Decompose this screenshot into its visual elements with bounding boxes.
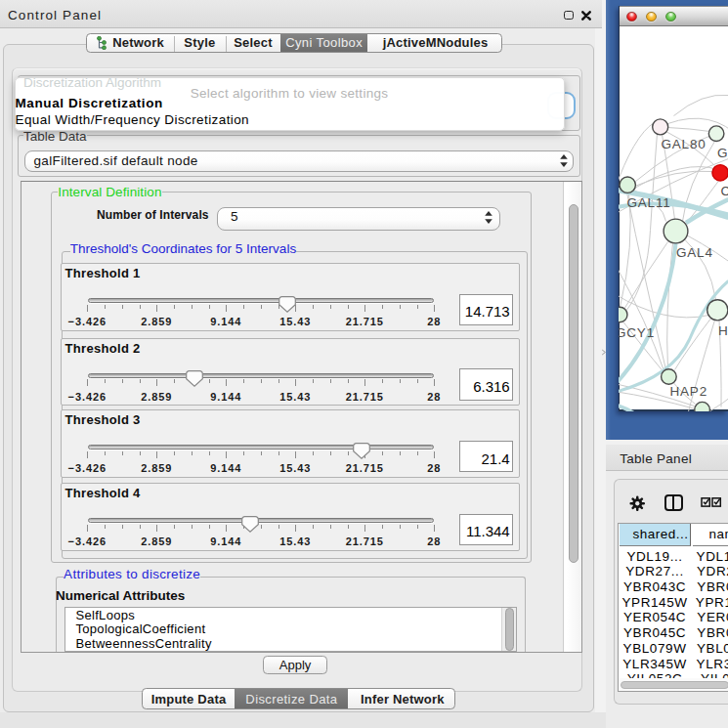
svg-text:GAL4: GAL4 [676,244,713,259]
svg-text:GA: GA [717,146,728,160]
svg-text:HAP2: HAP2 [669,384,707,399]
svg-text:GCY1: GCY1 [619,324,655,339]
svg-text:H: H [718,322,728,337]
svg-text:GAL11: GAL11 [626,195,670,210]
svg-text:C: C [720,183,728,197]
svg-text:GAL80: GAL80 [661,137,706,151]
